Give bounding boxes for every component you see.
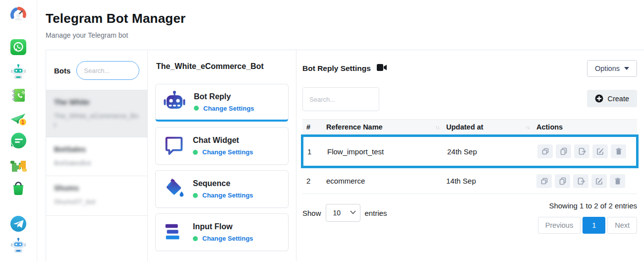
bot-reply-settings-panel: Bot Reply Settings Options — [296, 50, 644, 261]
row-highlight-box: 1 Flow_import_test 24th Sep — [301, 134, 639, 168]
change-settings-link[interactable]: Change Settings — [202, 235, 253, 242]
plus-circle-icon — [595, 94, 603, 103]
status-dot — [194, 106, 199, 111]
page-subtitle: Manage your Telegram bot — [46, 31, 644, 39]
stacked-bars-icon — [163, 220, 185, 245]
workspace: Bots The White The_White_eCommerce_Bot B… — [46, 50, 644, 261]
options-button[interactable]: Options — [587, 60, 637, 77]
panel-title: Bot Reply Settings — [302, 64, 371, 73]
col-reference-name[interactable]: Reference Name ↑↓ — [326, 123, 446, 131]
change-settings-link[interactable]: Change Settings — [202, 192, 253, 199]
create-button[interactable]: Create — [587, 90, 637, 107]
bot-assistant-teal-icon[interactable] — [9, 63, 28, 81]
card-bot-reply[interactable]: Bot Reply Change Settings — [155, 84, 289, 122]
options-button-label: Options — [595, 65, 620, 72]
action-delete-button[interactable] — [611, 144, 626, 158]
page-title: Telegram Bot Manager — [46, 11, 644, 26]
col-updated-at[interactable]: Updated at ↑↓ — [446, 123, 536, 131]
chat-bubble-icon — [163, 133, 185, 158]
col-actions: Actions — [536, 123, 637, 131]
page-size-select[interactable]: 10 — [326, 204, 360, 222]
row-index: 2 — [306, 177, 326, 185]
previous-page-button[interactable]: Previous — [538, 217, 581, 234]
icon-rail: 1 — [0, 0, 37, 261]
current-page-button[interactable]: 1 — [583, 217, 605, 234]
row-reference-name: ecommerce — [326, 177, 446, 185]
shop-bag-icon[interactable] — [9, 179, 28, 197]
dashboard-gauge-icon[interactable] — [9, 5, 28, 24]
app-root: 1 — [0, 0, 644, 261]
entries-label: entries — [365, 209, 387, 217]
bot-name: Shums — [54, 184, 139, 192]
video-camera-icon[interactable] — [377, 64, 387, 73]
card-label: Sequence — [193, 179, 253, 188]
bot-list-item-selected[interactable]: The White The_White_eCommerce_Bot — [46, 90, 147, 137]
row-actions — [537, 144, 636, 158]
bot-name: BotSales — [54, 145, 139, 153]
integrations-puzzle-icon[interactable] — [9, 156, 28, 175]
action-export-button[interactable] — [573, 174, 588, 188]
chat-lines-icon[interactable] — [9, 131, 28, 150]
table-row[interactable]: 2 ecommerce 14th Sep — [302, 168, 637, 194]
bots-panel: Bots The White The_White_eCommerce_Bot B… — [46, 50, 148, 261]
table-search-input[interactable] — [302, 87, 379, 111]
status-dot — [193, 236, 198, 241]
bot-name: The White — [54, 98, 139, 106]
paint-bucket-icon — [163, 177, 185, 201]
status-dot — [193, 150, 198, 155]
telegram-bot-blue-icon[interactable] — [9, 236, 28, 255]
action-delete-button[interactable] — [610, 174, 625, 188]
bots-search-input[interactable] — [76, 61, 139, 80]
action-clone-button[interactable] — [536, 174, 552, 188]
change-settings-link[interactable]: Change Settings — [203, 105, 254, 112]
whatsapp-icon[interactable] — [9, 38, 28, 57]
card-chat-widget[interactable]: Chat Widget Change Settings — [155, 127, 289, 165]
bot-reply-robot-icon — [163, 89, 186, 115]
next-page-button[interactable]: Next — [607, 217, 637, 234]
bots-label: Bots — [54, 66, 70, 75]
action-copy-button[interactable] — [556, 144, 571, 158]
bots-panel-header: Bots — [46, 50, 147, 90]
row-reference-name: Flow_import_test — [327, 147, 447, 156]
action-edit-button[interactable] — [592, 144, 608, 158]
action-edit-button[interactable] — [591, 174, 607, 188]
page-header: Telegram Bot Manager Manage your Telegra… — [37, 0, 644, 50]
bot-settings-nav: The_White_eCommerce_Bot — [148, 50, 296, 261]
card-label: Chat Widget — [193, 136, 253, 145]
entries-summary: Showing 1 to 2 of 2 entries — [549, 201, 637, 210]
subscribers-group-icon[interactable] — [9, 259, 28, 261]
table-row[interactable]: 1 Flow_import_test 24th Sep — [303, 137, 636, 166]
campaign-plane-icon[interactable]: 1 — [9, 109, 28, 128]
create-button-label: Create — [607, 95, 629, 103]
table-footer: Show 10 entries Showing 1 to 2 of 2 — [302, 201, 637, 234]
row-actions — [536, 174, 637, 188]
show-label: Show — [302, 209, 321, 217]
row-index: 1 — [307, 147, 327, 156]
action-clone-button[interactable] — [537, 144, 553, 158]
bot-username: Shums07_bot — [54, 197, 139, 206]
card-input-flow[interactable]: Input Flow Change Settings — [155, 213, 289, 251]
selected-bot-title: The_White_eCommerce_Bot — [156, 62, 289, 71]
action-copy-button[interactable] — [555, 174, 570, 188]
card-label: Bot Reply — [194, 92, 254, 101]
contact-book-green-icon[interactable] — [9, 86, 28, 105]
sort-icons[interactable]: ↑↓ — [435, 125, 439, 130]
status-dot — [193, 193, 198, 198]
table-header-row: # Reference Name ↑↓ Updated at ↑↓ Action… — [302, 119, 637, 134]
action-export-button[interactable] — [574, 144, 589, 158]
change-settings-link[interactable]: Change Settings — [202, 148, 253, 156]
col-index[interactable]: # — [306, 123, 326, 131]
sort-icons[interactable]: ↑↓ — [526, 125, 529, 130]
main-area: Telegram Bot Manager Manage your Telegra… — [37, 0, 644, 261]
bot-list-item[interactable]: BotSales BotSalesBot — [46, 137, 147, 176]
telegram-icon[interactable] — [9, 214, 28, 233]
bot-username: BotSalesBot — [54, 159, 139, 168]
bot-list-item[interactable]: Shums Shums07_bot — [46, 176, 147, 216]
badge-count: 1 — [21, 120, 24, 125]
card-sequence[interactable]: Sequence Change Settings — [155, 170, 289, 208]
card-label: Input Flow — [193, 222, 253, 231]
row-updated-at: 14th Sep — [446, 177, 536, 185]
pagination: Previous 1 Next — [538, 217, 637, 234]
bot-username: The_White_eCommerce_Bot — [54, 112, 139, 130]
row-updated-at: 24th Sep — [447, 147, 537, 156]
